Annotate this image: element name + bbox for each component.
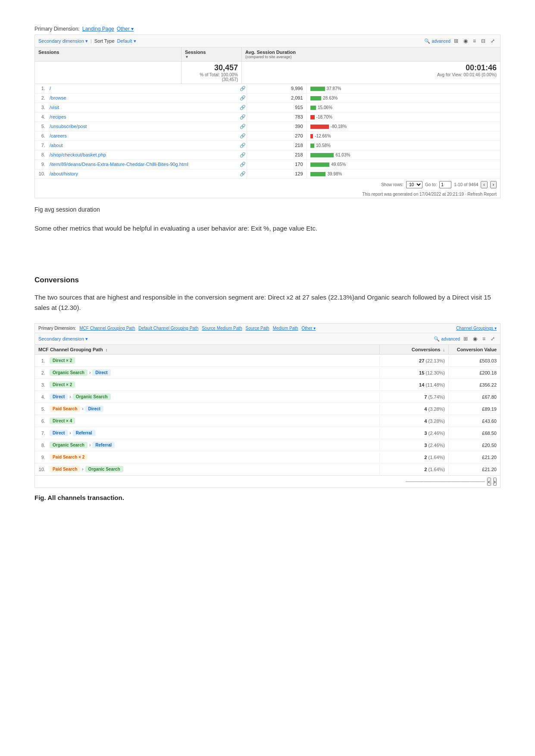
mcf-path-cell: Direct›Referral [47, 427, 379, 439]
row-num: 10. [35, 169, 47, 178]
conv-pct: (1.64%) [428, 467, 445, 472]
conv-num: 4 [424, 406, 427, 412]
landing-page-link[interactable]: /visit [47, 103, 239, 112]
show-rows-label: Show rows: [381, 182, 404, 187]
mcf-row-num: 4. [35, 392, 47, 402]
mcf-conv-cell: 2 (1.64%) [379, 464, 448, 475]
row-num: 1. [35, 84, 47, 93]
other-link[interactable]: Other ▾ [117, 26, 134, 32]
bar-label: -80.18% [331, 124, 347, 129]
row-icon: 🔗 [239, 112, 247, 122]
mcf-source-medium-link[interactable]: Source Medium Path [202, 326, 242, 331]
landing-page-link[interactable]: /item/89/deans/Deans-Extra-Mature-Chedda… [47, 160, 239, 169]
mcf-expand-icon[interactable]: ⤢ [489, 335, 497, 343]
totals-row: 30,457 % of Total: 100.00% (30,457) 00:0… [35, 62, 500, 84]
landing-page-link[interactable]: /shop/checkout/basket.php [47, 150, 239, 159]
bar-label: -18.70% [316, 115, 332, 119]
table-icon[interactable]: ≡ [471, 37, 478, 45]
mcf-secondary-dim-btn[interactable]: Secondary dimension ▾ [38, 336, 88, 342]
mcf-val-cell: £356.22 [448, 380, 500, 390]
landing-page-link[interactable]: /careers [47, 131, 239, 141]
mcf-prev-btn[interactable]: ‹ [487, 478, 491, 486]
row-sessions: 129 [247, 169, 307, 178]
row-icon: 🔗 [239, 150, 247, 159]
mcf-val-cell: £21.20 [448, 464, 500, 475]
mcf-col-val-label: Conversion Value [457, 347, 497, 352]
prev-page-btn[interactable]: ‹ [481, 181, 487, 188]
mcf-row-num: 7. [35, 428, 47, 438]
mcf-path-cell: Organic Search›Direct [47, 367, 379, 378]
mcf-row: 10. Paid Search›Organic Search 2 (1.64%)… [35, 463, 500, 475]
channel-tag: Referral [73, 430, 95, 436]
mcf-path-cell: Paid Search›Organic Search [47, 463, 379, 475]
channel-tag: Direct [50, 430, 68, 436]
landing-page-link[interactable]: /about/history [47, 169, 239, 178]
mcf-path-cell: Direct × 2 [47, 355, 379, 366]
mcf-path-link[interactable]: MCF Channel Grouping Path [79, 326, 135, 331]
landing-page-link[interactable]: /browse [47, 94, 239, 103]
landing-page-link[interactable]: /recipes [47, 112, 239, 122]
conv-pct: (2.46%) [428, 431, 445, 436]
conv-num: 4 [424, 419, 427, 424]
mcf-table-icon[interactable]: ≡ [481, 335, 487, 343]
mcf-other-link[interactable]: Other ▾ [302, 326, 316, 331]
table-footer: Show rows: 102550 Go to: 1-10 of 9464 ‹ … [35, 179, 500, 191]
conv-pct: (12.30%) [425, 370, 445, 375]
row-bar: -80.18% [307, 122, 501, 131]
mcf-grid-icon[interactable]: ⊞ [462, 335, 469, 343]
total-avg-sub: Avg for View: 00:01:46 (0.00%) [245, 72, 497, 77]
avg-col-sub: (compared to site average) [245, 55, 497, 59]
mcf-table-body: 1. Direct × 2 27 (22.13%) £503.03 2. Org… [35, 355, 500, 475]
mcf-row-num: 5. [35, 404, 47, 414]
mcf-val-cell: £43.60 [448, 416, 500, 426]
pie-icon[interactable]: ◉ [462, 37, 469, 45]
table-row: 3. /visit 🔗 915 15.06% [35, 103, 500, 112]
mcf-medium-link[interactable]: Medium Path [273, 326, 298, 331]
pivot-icon[interactable]: ⊟ [479, 37, 487, 45]
total-sessions-num: 30,457 [185, 63, 238, 72]
mcf-default-link[interactable]: Default Channel Grouping Path [138, 326, 198, 331]
landing-page-link[interactable]: /about [47, 141, 239, 150]
arrow-separator: › [89, 443, 91, 447]
mcf-conv-cell: 27 (22.13%) [379, 356, 448, 366]
row-num: 7. [35, 141, 47, 150]
conv-num: 7 [424, 394, 427, 400]
next-page-btn[interactable]: › [490, 181, 497, 188]
advanced-link[interactable]: advanced [432, 39, 451, 44]
row-icon: 🔗 [239, 122, 247, 131]
mcf-source-link[interactable]: Source Path [246, 326, 269, 331]
mcf-conv-cell: 4 (3.28%) [379, 404, 448, 414]
mcf-channel-groupings-link[interactable]: Channel Groupings ▾ [456, 326, 497, 331]
report-note: This report was generated on 17/04/2022 … [35, 191, 500, 198]
landing-page-link[interactable]: /unsubscribe/post [47, 122, 239, 131]
row-bar: 28.63% [307, 94, 501, 103]
arrow-separator: › [69, 431, 71, 435]
expand-icon[interactable]: ⤢ [489, 37, 497, 45]
landing-page-link[interactable]: / [47, 84, 239, 93]
mcf-val-cell: £200.18 [448, 368, 500, 378]
show-rows-select[interactable]: 102550 [406, 181, 422, 188]
mcf-next-btn[interactable]: › [493, 478, 497, 486]
landing-page-link[interactable]: Landing Page [82, 26, 114, 32]
mcf-conv-cell: 7 (5.74%) [379, 392, 448, 402]
session-duration-report: Secondary dimension ▾ | Sort Type Defaul… [34, 34, 501, 198]
row-sessions: 218 [247, 141, 307, 150]
sort-default-btn[interactable]: Default ▾ [117, 38, 136, 44]
table-row: 2. /browse 🔗 2,091 28.63% [35, 94, 500, 103]
report-header-bar: Secondary dimension ▾ | Sort Type Defaul… [35, 35, 500, 47]
row-icon: 🔗 [239, 160, 247, 169]
mcf-advanced-link[interactable]: advanced [441, 337, 460, 341]
grid-icon[interactable]: ⊞ [452, 37, 460, 45]
channel-tag: Paid Search × 2 [50, 454, 88, 460]
conversions-heading: Conversions [34, 276, 501, 284]
go-to-input[interactable] [439, 181, 451, 188]
row-sessions: 218 [247, 150, 307, 159]
row-num: 4. [35, 112, 47, 122]
conv-pct: (3.28%) [428, 419, 445, 424]
conv-pct: (1.64%) [428, 455, 445, 460]
conv-num: 3 [424, 443, 427, 448]
secondary-dim-btn[interactable]: Secondary dimension ▾ [38, 38, 88, 44]
conv-num: 14 [419, 382, 424, 387]
mcf-conv-cell: 4 (3.28%) [379, 416, 448, 426]
mcf-pie-icon[interactable]: ◉ [471, 335, 479, 343]
